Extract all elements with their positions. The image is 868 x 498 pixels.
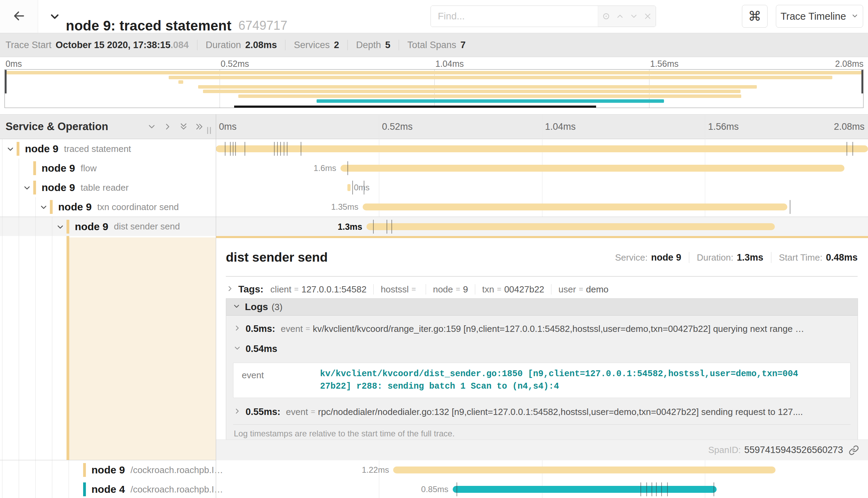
span-bar-cell[interactable]: 0.85ms	[216, 480, 868, 498]
minimap-span-bar	[5, 71, 863, 74]
minimap-scrubber-right[interactable]	[861, 70, 863, 93]
chevron-right-icon	[226, 284, 234, 294]
tree-guide-line	[52, 460, 52, 480]
logs-section: Logs (3) 0.5ms:event=kv/kvclient/kvcoord…	[226, 298, 858, 444]
log-marker-tick	[373, 220, 374, 234]
operation-name: dist sender send	[114, 221, 180, 232]
trace-view-dropdown[interactable]: Trace Timeline	[776, 5, 863, 28]
locate-target-icon[interactable]	[600, 10, 612, 22]
span-id-footer: SpanID: 5597415943526560273	[216, 440, 868, 460]
caret-up-icon[interactable]	[614, 10, 626, 22]
minimap-span-bar	[317, 99, 664, 103]
minimap-axis-label: 2.08ms	[835, 59, 863, 69]
logs-title: Logs	[245, 301, 268, 313]
log-field-value: kv/kvclient/kvcoord/range_iter.go:159 [n…	[313, 324, 804, 334]
close-icon[interactable]	[642, 10, 654, 22]
meta-label: Duration:	[697, 252, 734, 263]
tree-guide-line	[52, 217, 52, 236]
span-bar-cell[interactable]: 1.6ms	[216, 159, 868, 178]
span-name-cell[interactable]: node 9flow	[0, 159, 216, 178]
span-duration-bar[interactable]	[366, 223, 775, 230]
tags-row[interactable]: Tags:client=127.0.0.1:54582hostssl=node=…	[226, 281, 858, 298]
minimap-axis-label: 1.04ms	[435, 59, 464, 69]
trace-collapse-toggle[interactable]	[47, 9, 62, 24]
chevron-down-icon[interactable]	[55, 221, 66, 233]
minimap-scrubber-left[interactable]	[5, 70, 7, 93]
tag-item: user=demo	[558, 284, 608, 295]
chevron-right-button[interactable]	[161, 120, 174, 133]
minimap-canvas[interactable]	[5, 69, 863, 108]
span-row-node-4-cockroach-roachpb-i[interactable]: node 4/cockroach.roachpb.I…0.85ms	[0, 480, 868, 498]
find-input[interactable]	[431, 6, 598, 27]
span-name: node 9flow	[42, 159, 97, 178]
span-name-cell[interactable]: node 9traced statement	[0, 139, 216, 159]
find-suffix-controls	[598, 6, 656, 27]
stat-label: Depth	[356, 40, 381, 51]
span-name-cell[interactable]: node 9txn coordinator send	[0, 197, 216, 217]
keyboard-shortcuts-button[interactable]: ⌘	[742, 5, 768, 28]
log-marker-tick	[640, 482, 641, 496]
span-duration-bar[interactable]	[347, 184, 350, 191]
span-duration-bar[interactable]	[363, 203, 787, 210]
link-icon[interactable]	[849, 445, 859, 455]
log-marker-tick	[225, 142, 225, 156]
tag-separator	[373, 284, 374, 295]
span-row-node-9-table-reader[interactable]: node 9table reader0ms	[0, 178, 868, 197]
double-chevron-down-button[interactable]	[177, 120, 190, 133]
log-marker-tick	[656, 482, 657, 496]
stat-separator	[347, 40, 348, 50]
chevron-down-icon[interactable]	[38, 202, 49, 213]
span-bar-cell[interactable]: 0ms	[216, 178, 868, 197]
span-bar-cell[interactable]: 1.22ms	[216, 460, 868, 480]
caret-down-icon[interactable]	[628, 10, 640, 22]
log-marker-tick	[274, 142, 275, 156]
span-duration-bar[interactable]	[216, 145, 868, 152]
tag-item: client=127.0.0.1:54582	[271, 284, 367, 295]
back-button[interactable]	[0, 0, 38, 33]
tree-guide-line	[35, 460, 36, 480]
span-name-cell[interactable]: node 9/cockroach.roachpb.I…	[0, 460, 216, 480]
log-entry[interactable]: 0.5ms:event=kv/kvclient/kvcoord/range_it…	[233, 323, 851, 335]
span-name-cell[interactable]: node 9table reader	[0, 178, 216, 197]
span-row-node-9-flow[interactable]: node 9flow1.6ms	[0, 159, 868, 178]
log-entry-expanded[interactable]: 0.54ms	[233, 343, 851, 355]
stat-separator	[197, 40, 197, 50]
detail-content: dist sender send Service:node 9Duration:…	[216, 236, 868, 460]
span-row-node-9-traced-statement[interactable]: node 9traced statement	[0, 139, 868, 159]
log-marker-tick	[790, 200, 790, 214]
span-name: node 9/cockroach.roachpb.I…	[91, 460, 223, 480]
tree-guide-line	[35, 236, 36, 460]
span-duration-bar[interactable]	[340, 165, 845, 172]
column-resize-grip[interactable]	[207, 127, 211, 134]
chevron-down-button[interactable]	[145, 120, 158, 133]
span-name-cell[interactable]: node 9dist sender send	[0, 217, 216, 236]
span-row-node-9-dist-sender-send[interactable]: node 9dist sender send1.3ms	[0, 217, 868, 236]
log-field-value: rpc/nodedialer/nodedialer.go:132 [n9,cli…	[318, 407, 803, 417]
span-bar-cell[interactable]: 1.35ms	[216, 197, 868, 217]
tree-guide-line	[52, 236, 52, 460]
log-marker-tick	[352, 181, 353, 194]
chevron-down-icon[interactable]	[5, 144, 16, 155]
span-bar-cell[interactable]	[216, 139, 868, 159]
meta-value: node 9	[651, 252, 681, 263]
span-bar-cell[interactable]: 1.3ms	[216, 217, 868, 236]
log-marker-tick	[280, 142, 281, 156]
log-marker-tick	[301, 142, 301, 156]
tree-guide-line	[69, 480, 69, 498]
span-duration-bar[interactable]	[453, 486, 717, 493]
span-name-cell[interactable]: node 4/cockroach.roachpb.I…	[0, 480, 216, 498]
log-timestamp: 0.5ms:	[246, 324, 275, 334]
tree-guide-line	[52, 480, 52, 498]
span-row-node-9-cockroach-roachpb-i[interactable]: node 9/cockroach.roachpb.I…1.22ms	[0, 460, 868, 480]
span-name: node 9table reader	[42, 178, 129, 197]
span-duration-bar[interactable]	[393, 467, 775, 473]
stat-separator	[399, 40, 399, 50]
double-chevron-right-button[interactable]	[193, 120, 206, 133]
chevron-down-icon[interactable]	[21, 182, 33, 193]
log-entry[interactable]: 0.55ms:event=rpc/nodedialer/nodedialer.g…	[233, 406, 851, 418]
span-id-label: SpanID:	[708, 445, 741, 455]
equals-sign: =	[305, 324, 310, 333]
log-marker-tick	[661, 482, 662, 496]
span-row-node-9-txn-coordinator-send[interactable]: node 9txn coordinator send1.35ms	[0, 197, 868, 217]
logs-header-toggle[interactable]: Logs (3)	[226, 299, 858, 316]
